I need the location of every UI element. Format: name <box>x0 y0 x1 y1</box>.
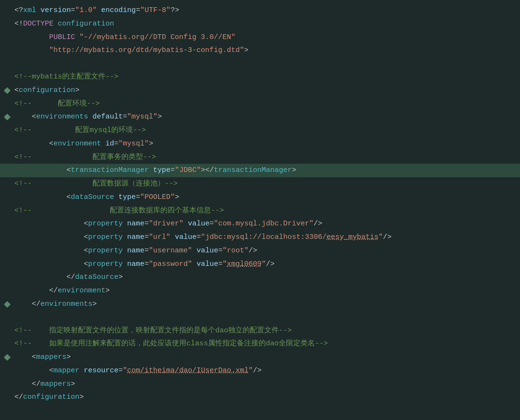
code-line: </dataSource> <box>0 271 520 284</box>
line-content: <!DOCTYPE configuration <box>14 17 512 31</box>
line-content: <!-- 配置连接数据库的四个基本信息--> <box>14 204 512 218</box>
line-content: <!-- 指定映射配置文件的位置，映射配置文件指的是每个dao独立的配置文件--… <box>14 324 512 338</box>
line-content: <environment id="mysql"> <box>14 137 512 151</box>
line-content: <?xml version="1.0" encoding="UTF-8"?> <box>14 4 512 17</box>
code-line: <environments default="mysql"> <box>0 110 520 124</box>
line-content: <!-- 如果是使用注解来配置的话，此处应该使用class属性指定备注接的dao… <box>14 337 512 351</box>
line-content: <configuration> <box>14 84 512 97</box>
code-line-username: <property name="username" value="root"/> <box>0 244 520 258</box>
code-line: <property name="driver" value="com.mysql… <box>0 217 520 231</box>
gutter-icon <box>4 87 11 94</box>
code-line: <environment id="mysql"> <box>0 137 520 151</box>
line-content: <property name="username" value="root"/> <box>14 244 512 258</box>
line-content: </environments> <box>14 298 512 311</box>
code-line: </environment> <box>0 284 520 298</box>
code-line: <!-- 配置连接数据库的四个基本信息--> <box>0 204 520 218</box>
line-content: </dataSource> <box>14 271 512 284</box>
line-content: <property name="url" value="jdbc:mysql:/… <box>14 231 512 244</box>
code-line: <?xml version="1.0" encoding="UTF-8"?> <box>0 4 520 17</box>
line-content: "http://mybatis.org/dtd/mybatis-3-config… <box>14 44 512 57</box>
code-line-empty <box>0 57 520 70</box>
line-content: <environments default="mysql"> <box>14 110 512 124</box>
code-line: "http://mybatis.org/dtd/mybatis-3-config… <box>0 44 520 57</box>
line-content: <mappers> <box>14 351 512 364</box>
code-line: <!-- 指定映射配置文件的位置，映射配置文件指的是每个dao独立的配置文件--… <box>0 324 520 338</box>
code-line-highlighted: <transactionManager type="JDBC"></transa… <box>0 164 520 177</box>
code-line: <mapper resource="com/itheima/dao/IUserD… <box>0 364 520 378</box>
code-line: </environments> <box>0 298 520 311</box>
line-content: <property name="driver" value="com.mysql… <box>14 217 512 231</box>
line-content: <transactionManager type="JDBC"></transa… <box>14 164 512 177</box>
line-content: <property name="password" value="xmgl060… <box>14 258 512 271</box>
code-line: </mappers> <box>0 378 520 391</box>
code-line: <!-- 配置数据源（连接池）--> <box>0 177 520 191</box>
line-content: <mapper resource="com/itheima/dao/IUserD… <box>14 364 512 378</box>
line-content: <!--mybatis的主配置文件--> <box>14 70 512 84</box>
line-content: <!-- 配置环境--> <box>14 97 512 111</box>
line-content: </configuration> <box>14 391 512 404</box>
line-content: <!-- 配置数据源（连接池）--> <box>14 177 512 191</box>
code-line: <configuration> <box>0 84 520 97</box>
line-content: <!-- 配置事务的类型--> <box>14 151 512 164</box>
code-line: <property name="url" value="jdbc:mysql:/… <box>0 231 520 244</box>
code-line: PUBLIC "-//mybatis.org//DTD Config 3.0//… <box>0 31 520 44</box>
code-line: <!-- 配置环境--> <box>0 97 520 111</box>
line-content: <dataSource type="POOLED"> <box>14 191 512 204</box>
line-content: <!-- 配置mysql的环境--> <box>14 124 512 137</box>
code-line: <!-- 如果是使用注解来配置的话，此处应该使用class属性指定备注接的dao… <box>0 337 520 351</box>
gutter-icon <box>4 114 11 120</box>
line-content: </mappers> <box>14 378 512 391</box>
code-line: <mappers> <box>0 351 520 364</box>
code-line: </configuration> <box>0 391 520 404</box>
code-line-empty <box>0 311 520 324</box>
gutter-icon <box>4 301 11 308</box>
line-content: </environment> <box>14 284 512 298</box>
code-line: <property name="password" value="xmgl060… <box>0 258 520 271</box>
code-line: <dataSource type="POOLED"> <box>0 191 520 204</box>
code-editor: <?xml version="1.0" encoding="UTF-8"?> <… <box>0 0 520 408</box>
code-line: <!DOCTYPE configuration <box>0 17 520 31</box>
line-content: PUBLIC "-//mybatis.org//DTD Config 3.0//… <box>14 31 512 44</box>
code-line: <!--mybatis的主配置文件--> <box>0 70 520 84</box>
code-line: <!-- 配置mysql的环境--> <box>0 124 520 137</box>
code-line: <!-- 配置事务的类型--> <box>0 151 520 164</box>
gutter-icon <box>4 354 11 361</box>
